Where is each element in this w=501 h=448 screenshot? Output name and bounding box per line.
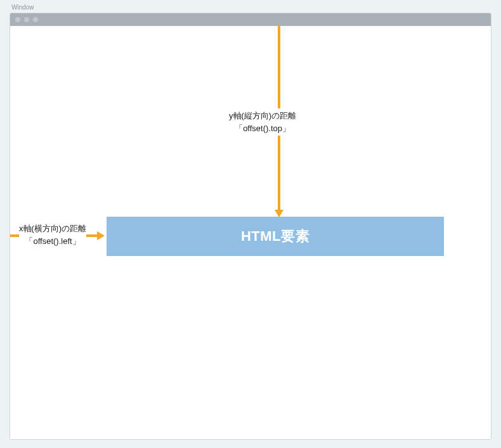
horizontal-label-line2: 「offset().left」 (19, 235, 86, 248)
horizontal-arrow-label: x軸(横方向)の距離 「offset().left」 (19, 221, 86, 248)
browser-content: y軸(縦方向)の距離 「offset().top」 x軸(横方向)の距離 「of… (10, 26, 491, 439)
html-element-box-text: HTML要素 (241, 227, 309, 246)
browser-titlebar (10, 13, 491, 26)
vertical-label-line1: y軸(縦方向)の距離 (229, 110, 296, 122)
titlebar-dot-icon (33, 17, 38, 22)
vertical-arrow-label: y軸(縦方向)の距離 「offset().top」 (229, 108, 296, 136)
window-label: Window (11, 4, 34, 11)
horizontal-label-line1: x軸(横方向)の距離 (19, 222, 86, 235)
titlebar-dot-icon (15, 17, 20, 22)
horizontal-arrowhead-icon (97, 231, 105, 240)
titlebar-dot-icon (24, 17, 29, 22)
html-element-box: HTML要素 (107, 217, 444, 256)
browser-window: y軸(縦方向)の距離 「offset().top」 x軸(横方向)の距離 「of… (10, 13, 491, 440)
vertical-label-line2: 「offset().top」 (229, 122, 296, 135)
